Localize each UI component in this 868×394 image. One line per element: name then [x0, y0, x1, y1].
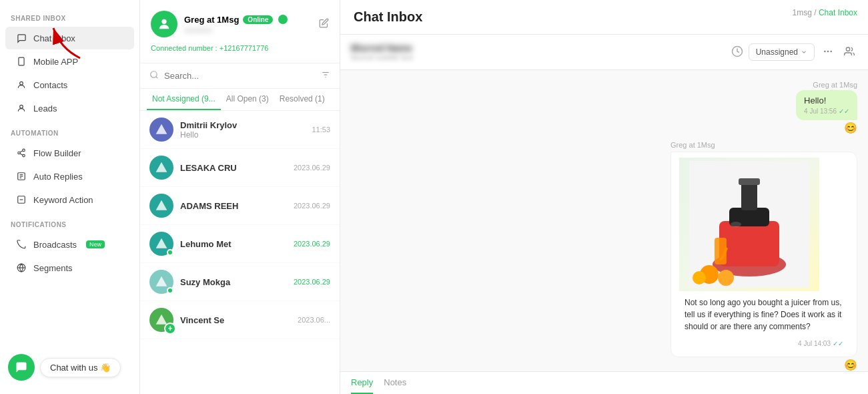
online-dot	[167, 249, 173, 256]
svg-point-44	[693, 271, 706, 284]
svg-point-43	[718, 270, 734, 286]
contact-avatar	[149, 232, 173, 256]
assign-dropdown[interactable]: Unassigned	[749, 43, 815, 61]
sidebar-item-flow-builder[interactable]: Flow Builder	[5, 142, 134, 164]
main-content: Chat Inbox 1msg / Chat Inbox Blurred Nam…	[340, 0, 868, 394]
contact-item[interactable]: Lehumo Met 2023.06.29	[140, 225, 340, 263]
tab-reply[interactable]: Reply	[351, 377, 373, 394]
search-icon	[149, 70, 159, 81]
keyword-action-label: Keyword Action	[33, 195, 93, 205]
broadcasts-new-badge: New	[86, 240, 105, 248]
tab-all-open[interactable]: All Open (3)	[221, 89, 274, 110]
chat-user-info: Blurred Name blurred subtitle text	[351, 43, 723, 61]
msg-caption: Not so long ago you bought a juicer from…	[679, 291, 849, 338]
sidebar-item-mobile-app[interactable]: Mobile APP	[5, 50, 134, 73]
contact-item[interactable]: LESAKA CRU 2023.06.29	[140, 149, 340, 187]
message-outgoing-image: Greg at 1Msg	[671, 141, 857, 371]
contact-name: ADAMS REEH	[180, 201, 287, 211]
chat-header-actions: Unassigned	[731, 43, 857, 61]
contact-item[interactable]: ADAMS REEH 2023.06.29	[140, 187, 340, 225]
contact-time: 2023.06.29	[294, 164, 330, 172]
keyword-action-icon	[16, 194, 27, 205]
contact-avatar	[149, 118, 173, 142]
svg-marker-26	[156, 200, 167, 210]
contact-avatar	[149, 270, 173, 294]
contact-item[interactable]: Suzy Mokga 2023.06.29	[140, 263, 340, 301]
edit-icon[interactable]	[319, 18, 329, 30]
emoji-reaction-area: 😊	[796, 122, 857, 134]
juicer-svg	[689, 161, 809, 288]
juicer-image	[679, 158, 819, 291]
contact-time: 11:53	[312, 126, 330, 134]
svg-point-3	[20, 105, 23, 108]
chat-user-name: Blurred Name	[351, 43, 723, 53]
auto-replies-label: Auto Replies	[33, 172, 83, 182]
sidebar-item-keyword-action[interactable]: Keyword Action	[5, 188, 134, 211]
sidebar-item-broadcasts[interactable]: Broadcasts New	[5, 233, 134, 256]
notifications-label: NOTIFICATIONS	[0, 212, 139, 232]
connected-number: Connected number : +12167771776	[151, 44, 329, 52]
clock-icon	[731, 45, 743, 59]
sidebar-item-contacts[interactable]: Contacts	[5, 73, 134, 96]
chat-inbox-label: Chat Inbox	[33, 33, 75, 43]
mobile-app-label: Mobile APP	[33, 57, 78, 67]
contacts-icon	[16, 79, 27, 90]
sidebar-item-auto-replies[interactable]: Auto Replies	[5, 165, 134, 188]
automation-label: AUTOMATION	[0, 120, 139, 141]
contact-info: ADAMS REEH	[180, 201, 287, 211]
sidebar-item-leads[interactable]: Leads	[5, 97, 134, 120]
sidebar-item-segments[interactable]: Segments	[5, 256, 134, 279]
svg-point-45	[731, 222, 741, 227]
breadcrumb-current: Chat Inbox	[819, 8, 857, 17]
flow-builder-label: Flow Builder	[33, 148, 81, 158]
search-input[interactable]	[164, 71, 316, 81]
leads-label: Leads	[33, 104, 57, 114]
svg-rect-37	[719, 221, 779, 266]
chat-with-us-section: Chat with us 👋	[8, 354, 121, 381]
msg-sender: Greg at 1Msg	[796, 81, 857, 89]
svg-point-18	[161, 19, 166, 24]
contact-preview: Hello	[180, 130, 305, 140]
msg-image-meta: 4 Jul 14:03 ✓✓	[679, 340, 849, 351]
svg-marker-28	[156, 276, 167, 286]
more-options-button[interactable]	[820, 43, 836, 61]
contact-time: 2023.06.29	[294, 278, 330, 286]
contact-info: Vincent Se	[180, 315, 291, 325]
segments-label: Segments	[33, 263, 73, 273]
svg-point-33	[830, 50, 832, 52]
contact-name: Suzy Mokga	[180, 277, 287, 287]
contact-item[interactable]: + Vincent Se 2023.06...	[140, 301, 340, 339]
contact-item[interactable]: Dmitrii Krylov Hello 11:53	[140, 111, 340, 149]
svg-rect-40	[739, 178, 760, 185]
chat-bubble-button[interactable]	[8, 354, 35, 381]
add-contact-button[interactable]: +	[164, 323, 176, 335]
sidebar-item-chat-inbox[interactable]: Chat Inbox	[5, 27, 134, 49]
assign-label: Unassigned	[756, 47, 798, 57]
contact-name: Lehumo Met	[180, 239, 287, 249]
msg-image-time: 4 Jul 14:03	[798, 340, 831, 347]
leads-icon	[16, 103, 27, 114]
svg-rect-39	[741, 181, 757, 210]
chat-messages: Greg at 1Msg Hello! 4 Jul 13:56 ✓✓ 😊 Gre…	[340, 70, 868, 371]
online-dot	[167, 287, 173, 294]
tab-notes[interactable]: Notes	[384, 377, 406, 394]
filter-icon[interactable]	[321, 70, 330, 81]
svg-point-19	[151, 71, 157, 77]
account-number-blurred: •••••••••••	[184, 26, 312, 34]
emoji-reaction: 😊	[844, 122, 857, 134]
tab-resolved[interactable]: Resolved (1)	[274, 89, 330, 110]
svg-marker-29	[156, 315, 167, 325]
tab-not-assigned[interactable]: Not Assigned (9...	[147, 89, 221, 110]
online-badge: Online	[243, 15, 273, 24]
sidebar: SHARED INBOX Chat Inbox Mobile APP Conta…	[0, 0, 140, 394]
chat-user-sub: blurred subtitle text	[351, 53, 723, 61]
breadcrumb-separator: /	[814, 8, 819, 17]
users-icon[interactable]	[841, 43, 857, 61]
contact-time: 2023.06.29	[294, 240, 330, 248]
chat-with-us-label[interactable]: Chat with us 👋	[40, 358, 121, 377]
svg-point-4	[23, 149, 25, 152]
inbox-header: Greg at 1Msg Online ••••••••••• Connecte…	[140, 0, 340, 63]
contact-time: 2023.06...	[298, 316, 330, 324]
emoji-reaction-2: 😊	[844, 359, 857, 371]
account-section: Greg at 1Msg Online •••••••••••	[151, 11, 329, 37]
